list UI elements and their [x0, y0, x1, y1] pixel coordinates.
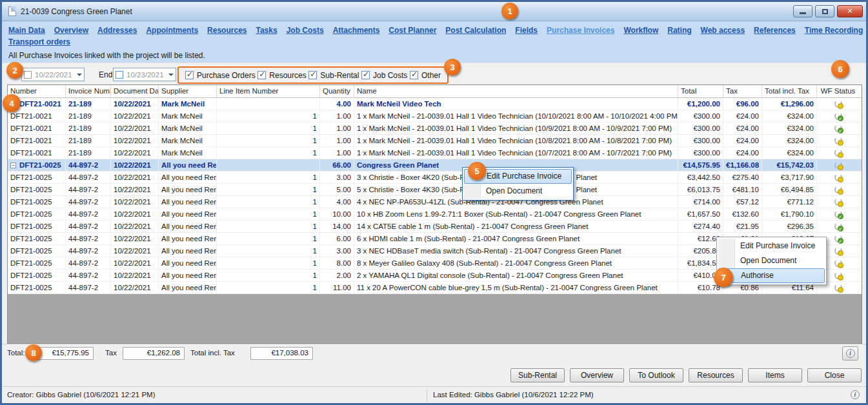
cell-name: 11 x 20 A PowerCON cable blue-grey 1,5 m… — [354, 282, 678, 293]
filter-checkbox-other[interactable]: Other — [410, 71, 441, 80]
nav-link-addresses[interactable]: Addresses — [97, 26, 137, 35]
callout-6: 6 — [831, 60, 849, 78]
status-bar: Creator: Gibbs Gabriel (10/6/2021 12:21 … — [2, 386, 866, 403]
column-header-total[interactable]: Total — [678, 85, 723, 97]
table-row[interactable]: −DFT21-002121-18910/22/2021Mark McNeil4.… — [8, 98, 862, 110]
filter-checkbox-purchase-orders[interactable]: Purchase Orders — [185, 71, 256, 80]
nav-link-transport-orders[interactable]: Transport orders — [8, 37, 70, 46]
nav-link-fields[interactable]: Fields — [515, 26, 538, 35]
cell-document-date: 10/22/2021 — [111, 147, 159, 159]
table-row[interactable]: DFT21-002544-897-210/22/2021All you need… — [8, 208, 862, 221]
nav-link-post-calculation[interactable]: Post Calculation — [445, 26, 506, 35]
cell-invoice-number: 21-189 — [66, 123, 111, 134]
table-row[interactable]: DFT21-002544-897-210/22/2021All you need… — [8, 221, 862, 233]
cell-number: DFT21-0021 — [8, 135, 66, 146]
maximize-button[interactable] — [815, 5, 834, 17]
cell-tax: €1,166.08 — [723, 159, 762, 171]
wf-status-pending-icon — [834, 272, 842, 279]
nav-link-time-recording[interactable]: Time Recording — [805, 26, 863, 35]
nav-link-job-costs[interactable]: Job Costs — [287, 26, 324, 35]
overview-button[interactable]: Overview — [570, 368, 624, 382]
table-row[interactable]: DFT21-002544-897-210/22/2021All you need… — [8, 196, 862, 208]
last-edited-text: Last Edited: Gibbs Gabriel (10/6/2021 12… — [433, 391, 594, 399]
column-header-name[interactable]: Name — [354, 85, 678, 97]
start-date-checkbox[interactable] — [24, 71, 32, 79]
cell-quantity: 8.00 — [320, 257, 354, 269]
nav-link-main-data[interactable]: Main Data — [8, 26, 45, 35]
end-date-checkbox[interactable] — [116, 71, 123, 79]
menu-item-edit-purchase-invoice[interactable]: Edit Purchase Invoice — [718, 239, 825, 253]
items-button[interactable]: Items — [748, 368, 802, 382]
wf-status-dot: ✓ — [838, 128, 843, 133]
cell-name: 6 x HDMI cable 1 m (Sub-Rental) - 21-004… — [354, 233, 678, 244]
totals-bar: Total: €15,775.95 Tax €1,262.08 Total in… — [2, 344, 866, 362]
column-header-document-date[interactable]: Document Date — [111, 85, 159, 97]
table-row[interactable]: −DFT21-002544-897-210/22/2021All you nee… — [8, 159, 862, 172]
column-header-total-incl-tax[interactable]: Total incl. Tax — [762, 85, 817, 97]
filter-checkbox-sub-rental[interactable]: Sub-Rental — [308, 71, 359, 80]
table-row[interactable]: DFT21-002544-897-210/22/2021All you need… — [8, 184, 862, 196]
column-header-tax[interactable]: Tax — [723, 85, 762, 97]
column-header-invoice-number[interactable]: Invoice Number — [66, 85, 111, 97]
collapse-toggle-icon[interactable]: − — [10, 163, 16, 168]
callout-3: 3 — [444, 59, 461, 75]
menu-item-open-document[interactable]: Open Document — [718, 253, 825, 268]
menu-item-authorise[interactable]: Authorise — [718, 268, 825, 283]
cell-invoice-number: 21-189 — [66, 135, 111, 146]
close-button[interactable]: ✕ — [837, 5, 863, 17]
cell-quantity: 5.00 — [320, 184, 354, 195]
chevron-down-icon[interactable] — [168, 74, 174, 79]
nav-link-web-access[interactable]: Web access — [701, 26, 745, 35]
nav-link-appointments[interactable]: Appointments — [146, 26, 198, 35]
chevron-down-icon[interactable] — [77, 74, 82, 79]
cell-invoice-number: 44-897-2 — [66, 172, 111, 183]
table-row[interactable]: DFT21-002121-18910/22/2021Mark McNeil11.… — [8, 110, 862, 123]
table-row[interactable]: DFT21-002544-897-210/22/2021All you need… — [8, 172, 862, 184]
nav-link-purchase-invoices[interactable]: Purchase Invoices — [547, 26, 614, 35]
resources-button[interactable]: Resources — [689, 368, 743, 382]
filter-checkbox-resources[interactable]: Resources — [257, 71, 306, 80]
cell-invoice-number: 44-897-2 — [66, 245, 111, 257]
info-button[interactable]: i — [842, 346, 858, 361]
info-icon[interactable]: i — [851, 390, 860, 399]
column-header-supplier[interactable]: Supplier — [159, 85, 217, 97]
title-bar[interactable]: 21-0039 Congress Green Planet ✕ — [2, 2, 866, 21]
cell-total-incl-tax: €324.00 — [762, 147, 817, 159]
to-outlook-button[interactable]: To Outlook — [629, 368, 683, 382]
cell-line-item-number: 1 — [217, 208, 320, 220]
start-date-combo[interactable]: 10/22/2021 — [21, 68, 85, 81]
total-incl-tax-label: Total incl. Tax — [190, 349, 235, 357]
cell-document-date: 10/22/2021 — [111, 123, 159, 134]
cell-wf-status: ✓ — [817, 110, 859, 122]
cell-line-item-number — [217, 159, 320, 171]
table-row[interactable]: DFT21-002121-18910/22/2021Mark McNeil11.… — [8, 135, 862, 147]
nav-link-tasks[interactable]: Tasks — [256, 26, 277, 35]
nav-link-references[interactable]: References — [754, 26, 796, 35]
maximize-icon — [822, 9, 828, 14]
nav-link-rating[interactable]: Rating — [667, 26, 691, 35]
cell-line-item-number: 1 — [217, 245, 320, 257]
close-button[interactable]: Close — [807, 368, 862, 382]
cell-document-date: 10/22/2021 — [111, 233, 159, 244]
document-icon — [8, 6, 16, 16]
cell-quantity: 1.00 — [320, 135, 354, 146]
nav-link-attachments[interactable]: Attachments — [333, 26, 380, 35]
column-header-quantity[interactable]: Quantity — [320, 85, 354, 97]
table-row[interactable]: DFT21-002121-18910/22/2021Mark McNeil11.… — [8, 147, 862, 159]
callout-4: 4 — [3, 94, 21, 112]
nav-link-workflow[interactable]: Workflow — [623, 26, 658, 35]
minimize-button[interactable] — [793, 5, 812, 17]
cell-total: €300.00 — [678, 135, 723, 146]
end-date-combo[interactable]: 10/23/2021 — [113, 68, 176, 81]
nav-link-overview[interactable]: Overview — [54, 26, 88, 35]
table-row[interactable]: DFT21-002121-18910/22/2021Mark McNeil11.… — [8, 123, 862, 135]
column-header-line-item-number[interactable]: Line Item Number — [217, 85, 320, 97]
wf-status-dot — [838, 177, 843, 183]
nav-link-resources[interactable]: Resources — [207, 26, 247, 35]
wf-status-pending-icon — [834, 198, 842, 206]
sub-rental-button[interactable]: Sub-Rental — [510, 368, 565, 382]
nav-link-cost-planner[interactable]: Cost Planner — [389, 26, 436, 35]
filter-checkbox-job-costs[interactable]: Job Costs — [361, 71, 407, 80]
column-header-wf-status[interactable]: WF Status — [817, 85, 859, 97]
menu-item-open-document[interactable]: Open Document — [464, 184, 572, 199]
